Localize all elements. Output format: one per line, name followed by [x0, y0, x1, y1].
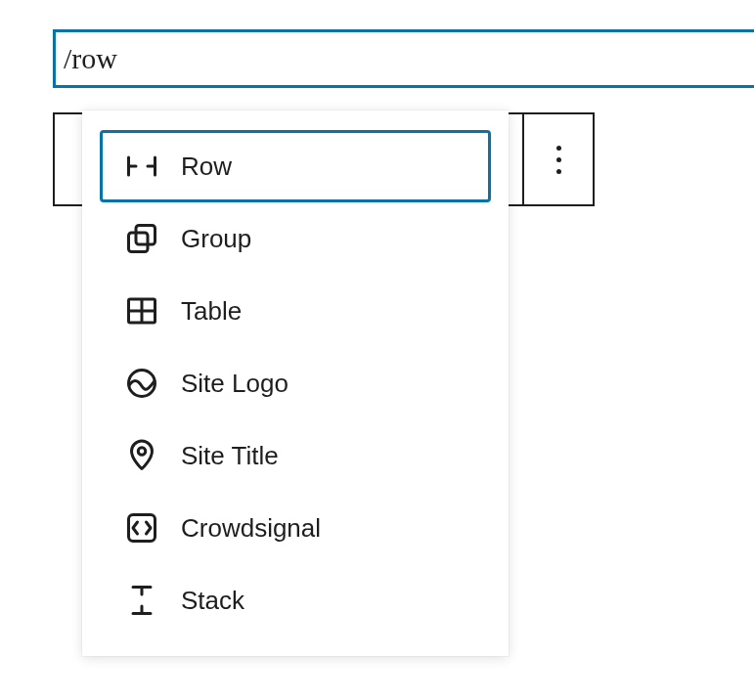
svg-rect-0 [129, 233, 149, 252]
crowdsignal-icon [124, 510, 159, 546]
toolbar-more-button[interactable] [524, 114, 593, 204]
svg-point-6 [138, 448, 146, 456]
dropdown-item-group[interactable]: Group [100, 202, 491, 275]
dropdown-item-table[interactable]: Table [100, 275, 491, 347]
block-search-input[interactable] [53, 29, 754, 88]
svg-rect-1 [136, 226, 155, 245]
dropdown-item-label: Site Logo [181, 369, 288, 399]
dropdown-item-crowdsignal[interactable]: Crowdsignal [100, 492, 491, 564]
dropdown-item-site-logo[interactable]: Site Logo [100, 347, 491, 419]
dropdown-item-label: Stack [181, 586, 244, 616]
site-logo-icon [124, 366, 159, 401]
stack-icon [124, 583, 159, 618]
dropdown-item-label: Table [181, 296, 242, 327]
dropdown-item-label: Site Title [181, 441, 279, 471]
block-inserter-dropdown: Row Group Table Site Logo [82, 110, 509, 656]
row-icon [124, 149, 159, 184]
table-icon [124, 293, 159, 328]
dropdown-item-label: Crowdsignal [181, 513, 321, 544]
dropdown-item-row[interactable]: Row [100, 130, 491, 202]
site-title-icon [124, 438, 159, 473]
dropdown-item-label: Row [181, 152, 232, 182]
group-icon [124, 221, 159, 256]
dropdown-item-label: Group [181, 224, 251, 254]
dropdown-item-stack[interactable]: Stack [100, 564, 491, 636]
dropdown-item-site-title[interactable]: Site Title [100, 419, 491, 492]
more-vertical-icon [556, 146, 561, 174]
